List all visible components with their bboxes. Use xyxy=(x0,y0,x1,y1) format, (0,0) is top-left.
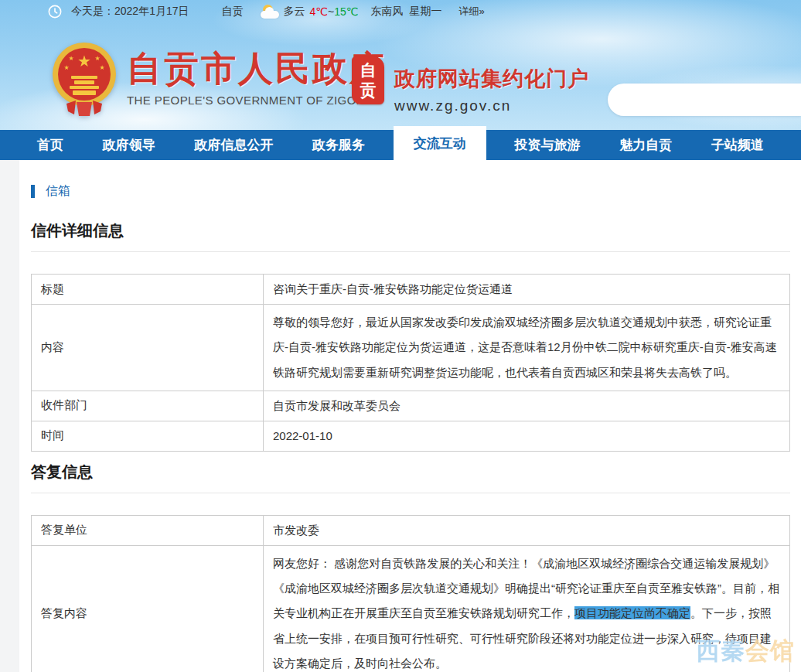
temp-separator: ~ xyxy=(328,5,334,18)
weekday: 星期一 xyxy=(410,5,442,19)
portal-title: 政府网站集约化门户 xyxy=(394,65,589,93)
portal-url: www.zg.gov.cn xyxy=(394,97,589,114)
breadcrumb-accent-bar xyxy=(31,185,35,198)
letter-title-label: 标题 xyxy=(32,275,264,305)
letter-time-value: 2022-01-10 xyxy=(264,421,790,451)
svg-text:★: ★ xyxy=(99,64,104,71)
reply-section-title: 答复信息 xyxy=(31,462,790,493)
breadcrumb-mailbox-link[interactable]: 信箱 xyxy=(46,183,70,200)
table-row: 答复内容 网友您好： 感谢您对自贡铁路发展的关心和关注！《成渝地区双城经济圈综合… xyxy=(32,545,790,672)
letter-table: 标题 咨询关于重庆-自贡-雅安铁路功能定位货运通道 内容 尊敬的领导您好，最近从… xyxy=(31,274,790,452)
clock-icon xyxy=(48,5,62,19)
tab-charm-zigong[interactable]: 魅力自贡 xyxy=(608,130,683,160)
letter-department-label: 收件部门 xyxy=(32,391,264,421)
svg-text:★: ★ xyxy=(94,55,100,62)
letter-time-label: 时间 xyxy=(32,421,264,451)
letter-department-value: 自贡市发展和改革委员会 xyxy=(264,391,790,421)
portal-block: 政府网站集约化门户 www.zg.gov.cn xyxy=(394,65,589,114)
weather-city: 自贡 xyxy=(222,5,244,19)
table-row: 时间 2022-01-10 xyxy=(32,421,790,451)
national-emblem: ★ ★ ★ ★ ★ xyxy=(51,40,118,121)
tab-gov-services[interactable]: 政务服务 xyxy=(302,130,376,160)
table-row: 标题 咨询关于重庆-自贡-雅安铁路功能定位货运通道 xyxy=(32,275,790,305)
watermark: 西秦会馆 xyxy=(696,635,795,667)
svg-text:★: ★ xyxy=(63,64,69,71)
tab-investment-tourism[interactable]: 投资与旅游 xyxy=(504,130,591,160)
table-row: 内容 尊敬的领导您好，最近从国家发改委印发成渝双城经济圈多层次轨道交通规划中获悉… xyxy=(32,305,790,391)
top-info-bar: 今天是：2022年1月17日 自贡 多云 4℃ ~ 15℃ 东南风 星期一 详细… xyxy=(0,0,801,23)
letter-detail-page: 信箱 信件详细信息 标题 咨询关于重庆-自贡-雅安铁路功能定位货运通道 内容 尊… xyxy=(31,183,790,672)
search-box[interactable] xyxy=(608,84,801,116)
highlighted-phrase: 项目功能定位尚不确定 xyxy=(574,606,690,619)
reply-content-label: 答复内容 xyxy=(32,545,264,672)
breadcrumb: 信箱 xyxy=(31,183,790,200)
tab-home[interactable]: 首页 xyxy=(26,130,74,160)
reply-table: 答复单位 市发改委 答复内容 网友您好： 感谢您对自贡铁路发展的关心和关注！《成… xyxy=(31,515,790,672)
site-header: 今天是：2022年1月17日 自贡 多云 4℃ ~ 15℃ 东南风 星期一 详细… xyxy=(0,0,801,130)
tab-subsite-channels[interactable]: 子站频道 xyxy=(700,130,775,160)
reply-unit-value: 市发改委 xyxy=(264,515,790,545)
weather-condition: 多云 xyxy=(284,5,305,19)
weather-icon xyxy=(261,5,281,19)
letter-content-value: 尊敬的领导您好，最近从国家发改委印发成渝双城经济圈多层次轨道交通规划中获悉，研究… xyxy=(264,305,790,391)
site-brand: ★ ★ ★ ★ ★ 自贡市人民政府 THE PEOPLE'S GOVERNMEN… xyxy=(51,40,387,121)
reply-unit-label: 答复单位 xyxy=(32,515,264,545)
main-nav: 首页 政府领导 政府信息公开 政务服务 交流互动 投资与旅游 魅力自贡 子站频道 xyxy=(0,130,801,160)
letter-title-value: 咨询关于重庆-自贡-雅安铁路功能定位货运通道 xyxy=(264,275,790,305)
temp-high: 15℃ xyxy=(334,5,358,18)
svg-text:★: ★ xyxy=(77,53,91,70)
table-row: 收件部门 自贡市发展和改革委员会 xyxy=(32,391,790,421)
site-title-english: THE PEOPLE'S GOVERNMENT OF ZIGONG xyxy=(127,94,387,107)
weather-detail-link[interactable]: 详细» xyxy=(459,5,485,19)
tab-interaction[interactable]: 交流互动 xyxy=(394,126,486,160)
temp-low: 4℃ xyxy=(310,5,329,18)
letter-section-title: 信件详细信息 xyxy=(31,220,790,252)
svg-text:★: ★ xyxy=(68,55,73,62)
left-margin-strip xyxy=(0,160,19,672)
wind-direction: 东南风 xyxy=(371,5,404,19)
tab-info-disclosure[interactable]: 政府信息公开 xyxy=(183,130,284,160)
site-title: 自贡市人民政府 xyxy=(127,51,387,87)
today-date: 今天是：2022年1月17日 xyxy=(71,5,189,19)
letter-content-label: 内容 xyxy=(32,305,264,391)
zigong-seal-logo: 自 贡 xyxy=(352,56,384,104)
tab-government-leaders[interactable]: 政府领导 xyxy=(92,130,166,160)
table-row: 答复单位 市发改委 xyxy=(32,515,790,545)
